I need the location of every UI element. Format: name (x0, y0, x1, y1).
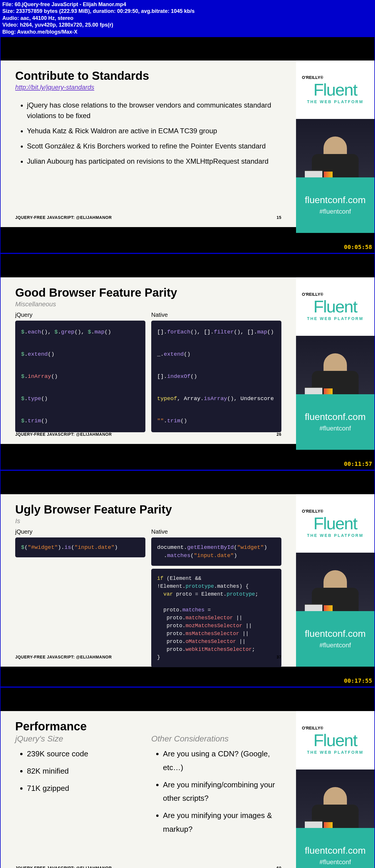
video-frame-2: Good Browser Feature Parity Miscellaneou… (0, 253, 375, 470)
timestamp: 00:17:55 (344, 677, 372, 684)
fluent-logo: O'REILLY® Fluent THE WEB PLATFORM (296, 711, 374, 770)
footer-text: JQUERY-FREE JAVASCRIPT: @ELIJAHMANOR (15, 432, 112, 437)
oreilly-label: O'REILLY® (302, 509, 323, 514)
fluent-tagline: THE WEB PLATFORM (307, 750, 363, 754)
fluent-name: Fluent (313, 514, 357, 533)
slide-footer: JQUERY-FREE JAVASCRIPT: @ELIJAHMANOR 37 (15, 655, 281, 659)
bullet: Yehuda Katz & Rick Waldron are active in… (27, 126, 281, 136)
footer-text: JQUERY-FREE JAVASCRIPT: @ELIJAHMANOR (15, 866, 112, 868)
list-item: Are you minifying/combining your other s… (163, 778, 281, 805)
list-item: 239K source code (27, 747, 145, 761)
header-audio: Audio: aac, 44100 Hz, stereo (2, 15, 373, 22)
speaker-video (296, 336, 374, 394)
fluent-tagline: THE WEB PLATFORM (307, 533, 363, 538)
fluent-name: Fluent (313, 80, 357, 99)
timestamp: 00:05:58 (344, 243, 372, 250)
video-frame-1: Contribute to Standards http://bit.ly/jq… (0, 36, 375, 253)
slide-3: Ugly Browser Feature Parity Is jQuery $(… (1, 494, 296, 666)
list-item: 71K gzipped (27, 781, 145, 795)
slide-2: Good Browser Feature Parity Miscellaneou… (1, 277, 296, 444)
native-heading: Native (151, 528, 281, 535)
header-blog: Blog: Avaxho.me/blogs/Max-X (2, 29, 373, 35)
oreilly-label: O'REILLY® (302, 292, 323, 297)
standards-link[interactable]: http://bit.ly/jquery-standards (15, 84, 94, 91)
slide-1: Contribute to Standards http://bit.ly/jq… (1, 61, 296, 227)
considerations-list: Are you using a CDN? (Google, etc…) Are … (163, 747, 281, 836)
bullet: Julian Aubourg has participated on revis… (27, 156, 281, 166)
fluent-logo: O'REILLY® Fluent THE WEB PLATFORM (296, 277, 374, 336)
size-list: 239K source code 82K minified 71K gzippe… (27, 747, 145, 795)
fluent-name: Fluent (313, 730, 357, 750)
footer-text: JQUERY-FREE JAVASCRIPT: @ELIJAHMANOR (15, 655, 112, 659)
page-number: 60 (277, 866, 281, 868)
fluent-tagline: THE WEB PLATFORM (307, 99, 363, 104)
bullet-list: jQuery has close relations to the browse… (27, 100, 281, 166)
speaker-video (296, 770, 374, 828)
slide-title: Performance (15, 720, 281, 733)
oreilly-label: O'REILLY® (302, 75, 323, 80)
native-code-1: document.getElementById("widget") .match… (151, 537, 281, 566)
list-item: Are you minifying your images & markup? (163, 809, 281, 836)
file-header: File: 60.jQuery-free JavaScript - Elijah… (0, 0, 375, 36)
slide-title: Contribute to Standards (15, 69, 281, 83)
speaker-video (296, 553, 374, 611)
timestamp: 00:11:57 (344, 460, 372, 467)
speaker-video (296, 119, 374, 177)
sub-heading-considerations: Other Considerations (151, 734, 281, 744)
conf-banner: fluentconf.com #fluentconf (296, 611, 374, 666)
fluent-tagline: THE WEB PLATFORM (307, 316, 363, 321)
fluent-logo: O'REILLY® Fluent THE WEB PLATFORM (296, 61, 374, 119)
conf-hashtag: #fluentconf (319, 642, 351, 649)
conf-url: fluentconf.com (305, 628, 366, 639)
jquery-heading: jQuery (15, 528, 145, 535)
footer-text: JQUERY-FREE JAVASCRIPT: @ELIJAHMANOR (15, 215, 112, 220)
header-size: Size: 233757859 bytes (222.93 MiB), dura… (2, 8, 373, 14)
fluent-name: Fluent (313, 297, 357, 316)
sub-heading-size: jQuery's Size (15, 734, 145, 744)
slide-footer: JQUERY-FREE JAVASCRIPT: @ELIJAHMANOR 15 (15, 215, 281, 220)
bullet: jQuery has close relations to the browse… (27, 100, 281, 121)
slide-title: Ugly Browser Feature Parity (15, 503, 281, 516)
native-code-2: if (Element && !Element.prototype.matche… (151, 569, 281, 667)
conf-url: fluentconf.com (305, 845, 366, 856)
conf-hashtag: #fluentconf (319, 208, 351, 215)
conf-banner: fluentconf.com #fluentconf (296, 394, 374, 450)
slide-subtitle: Is (15, 517, 281, 525)
conf-url: fluentconf.com (305, 411, 366, 422)
conf-hashtag: #fluentconf (319, 425, 351, 432)
slide-title: Good Browser Feature Parity (15, 286, 281, 299)
page-number: 15 (277, 215, 281, 220)
conf-hashtag: #fluentconf (319, 858, 351, 866)
slide-4: Performance jQuery's Size 239K source co… (1, 711, 296, 868)
conf-url: fluentconf.com (305, 195, 366, 206)
slide-subtitle: Miscellaneous (15, 301, 281, 308)
video-frame-3: Ugly Browser Feature Parity Is jQuery $(… (0, 470, 375, 687)
slide-footer: JQUERY-FREE JAVASCRIPT: @ELIJAHMANOR 60 (15, 866, 281, 868)
native-heading: Native (151, 312, 281, 318)
list-item: 82K minified (27, 764, 145, 778)
jquery-code: $("#widget").is("input.date") (15, 537, 145, 558)
page-number: 37 (277, 655, 281, 659)
native-code: [].forEach(), [].filter(), [].map() _.ex… (151, 320, 281, 432)
video-frame-4: Performance jQuery's Size 239K source co… (0, 687, 375, 868)
slide-footer: JQUERY-FREE JAVASCRIPT: @ELIJAHMANOR 26 (15, 432, 281, 437)
jquery-heading: jQuery (15, 312, 145, 318)
conf-banner: fluentconf.com #fluentconf (296, 828, 374, 868)
jquery-code: $.each(), $.grep(), $.map() $.extend() $… (15, 320, 145, 432)
header-video: Video: h264, yuv420p, 1280x720, 25.00 fp… (2, 22, 373, 28)
fluent-logo: O'REILLY® Fluent THE WEB PLATFORM (296, 494, 374, 553)
list-item: Are you using a CDN? (Google, etc…) (163, 747, 281, 774)
bullet: Scott González & Kris Borchers worked to… (27, 141, 281, 151)
header-filename: File: 60.jQuery-free JavaScript - Elijah… (2, 1, 373, 8)
conf-banner: fluentconf.com #fluentconf (296, 177, 374, 233)
oreilly-label: O'REILLY® (302, 726, 323, 730)
page-number: 26 (277, 432, 281, 437)
